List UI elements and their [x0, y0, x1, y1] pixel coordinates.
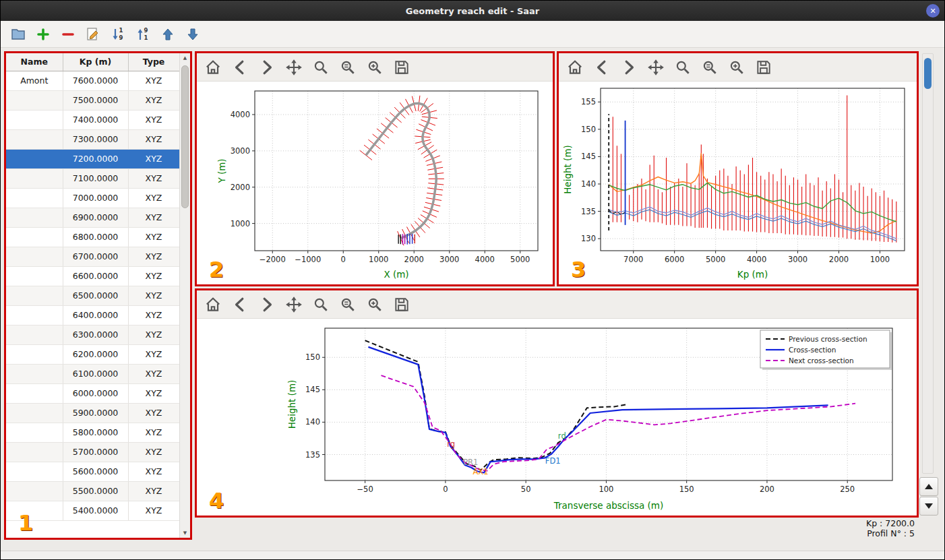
save-icon[interactable] [754, 58, 773, 77]
scroll-up-icon[interactable]: ▲ [180, 53, 190, 63]
table-row[interactable]: 6600.0000XYZ [6, 266, 179, 286]
table-row[interactable]: 6000.0000XYZ [6, 383, 179, 403]
svg-text:Previous cross-section: Previous cross-section [789, 335, 867, 343]
table-row[interactable]: 7500.0000XYZ [6, 90, 179, 110]
table-row[interactable]: 7200.0000XYZ [6, 149, 179, 168]
move-down-icon[interactable] [183, 25, 202, 44]
table-row[interactable]: 6800.0000XYZ [6, 227, 179, 247]
save-icon[interactable] [392, 58, 411, 77]
forward-icon[interactable] [257, 58, 276, 77]
svg-text:5000: 5000 [706, 255, 725, 264]
annotation-number-1: 1 [18, 512, 33, 534]
table-row[interactable]: 7100.0000XYZ [6, 168, 179, 188]
table-row[interactable]: 5900.0000XYZ [6, 403, 179, 423]
subplots-icon[interactable] [338, 58, 357, 77]
svg-text:AX1: AX1 [472, 467, 488, 476]
subplots-icon[interactable] [700, 58, 719, 77]
profiles-table: NameKp (m)Type Amont7600.0000XYZ7500.000… [6, 53, 180, 521]
pan-icon[interactable] [284, 295, 303, 314]
svg-text:6000: 6000 [665, 255, 684, 264]
arrow-up-icon [925, 484, 933, 489]
svg-text:7000: 7000 [623, 255, 643, 264]
open-folder-icon[interactable] [9, 25, 28, 44]
cross-section-chart[interactable]: −50050100150200250135140145150Transverse… [197, 319, 917, 516]
customize-icon[interactable] [365, 295, 384, 314]
svg-text:130: 130 [581, 234, 596, 243]
table-row[interactable]: 7000.0000XYZ [6, 188, 179, 208]
customize-icon[interactable] [727, 58, 746, 77]
svg-text:X (m): X (m) [384, 269, 408, 280]
svg-text:2000: 2000 [231, 183, 250, 192]
window-scrollbar[interactable] [922, 53, 934, 474]
back-icon[interactable] [231, 58, 249, 77]
svg-text:1000: 1000 [870, 255, 890, 264]
svg-text:PR1: PR1 [463, 458, 478, 467]
svg-text:1000: 1000 [231, 219, 250, 228]
column-header: Name [6, 53, 63, 71]
profile-down-button[interactable] [919, 497, 938, 516]
profile-up-button[interactable] [919, 477, 938, 496]
table-scrollbar-thumb[interactable] [181, 65, 189, 208]
cross-mpl-toolbar [197, 290, 917, 319]
status-profil: Profil N° : 5 [793, 528, 915, 538]
save-icon[interactable] [392, 295, 411, 314]
close-button[interactable]: ✕ [926, 4, 940, 18]
svg-text:Kp (m): Kp (m) [737, 269, 768, 280]
zoom-icon[interactable] [311, 58, 330, 77]
table-row[interactable]: 6400.0000XYZ [6, 305, 179, 325]
table-row[interactable]: 6700.0000XYZ [6, 247, 179, 266]
edit-icon[interactable] [84, 25, 102, 44]
zoom-icon[interactable] [311, 295, 330, 314]
svg-text:250: 250 [840, 485, 855, 494]
table-row[interactable]: Amont7600.0000XYZ [6, 71, 179, 90]
svg-text:9: 9 [144, 27, 148, 34]
home-icon[interactable] [204, 295, 222, 314]
svg-text:135: 135 [305, 450, 320, 460]
scroll-down-icon[interactable]: ▼ [180, 528, 190, 538]
sort-descending-icon[interactable]: 19 [109, 25, 127, 44]
svg-text:−1000: −1000 [295, 255, 321, 264]
longitudinal-profile-chart[interactable]: 7000600050004000300020001000130135140145… [559, 82, 917, 284]
table-row[interactable]: 5800.0000XYZ [6, 423, 179, 442]
table-row[interactable]: 6200.0000XYZ [6, 344, 179, 364]
table-header-row: NameKp (m)Type [6, 53, 179, 71]
table-row[interactable]: 7400.0000XYZ [6, 110, 179, 129]
table-row[interactable]: 7300.0000XYZ [6, 129, 179, 149]
pan-icon[interactable] [646, 58, 665, 77]
table-row[interactable]: 6500.0000XYZ [6, 286, 179, 305]
subplots-icon[interactable] [338, 295, 357, 314]
forward-icon[interactable] [619, 58, 638, 77]
remove-icon[interactable] [59, 25, 78, 44]
plan-mpl-toolbar [197, 53, 553, 82]
forward-icon[interactable] [257, 295, 276, 314]
table-row[interactable]: 5600.0000XYZ [6, 462, 179, 481]
table-row[interactable]: 6100.0000XYZ [6, 364, 179, 383]
annotation-number-4: 4 [209, 490, 224, 511]
status-bar [1, 551, 944, 559]
table-row[interactable]: 5700.0000XYZ [6, 442, 179, 462]
back-icon[interactable] [592, 58, 611, 77]
customize-icon[interactable] [365, 58, 384, 77]
svg-text:100: 100 [599, 485, 613, 494]
table-row[interactable]: 6300.0000XYZ [6, 325, 179, 344]
home-icon[interactable] [204, 58, 222, 77]
table-row[interactable]: 6900.0000XYZ [6, 208, 179, 227]
move-up-icon[interactable] [158, 25, 177, 44]
table-row[interactable]: 5500.0000XYZ [6, 481, 179, 501]
cross-figure: −50050100150200250135140145150Transverse… [197, 319, 917, 516]
svg-text:−2000: −2000 [260, 255, 286, 264]
plan-figure: −2000−1000010002000300040005000100020003… [197, 82, 553, 284]
plan-view-chart[interactable]: −2000−1000010002000300040005000100020003… [197, 82, 553, 284]
sort-ascending-icon[interactable]: 91 [133, 25, 152, 44]
pan-icon[interactable] [284, 58, 303, 77]
long-figure: 7000600050004000300020001000130135140145… [559, 82, 917, 284]
svg-text:2000: 2000 [404, 255, 424, 264]
add-icon[interactable] [34, 25, 53, 44]
back-icon[interactable] [231, 295, 249, 314]
svg-text:−50: −50 [357, 485, 373, 494]
table-scrollbar[interactable]: ▲ ▼ [179, 53, 190, 538]
home-icon[interactable] [566, 58, 584, 77]
window-scrollbar-thumb[interactable] [924, 58, 932, 89]
svg-text:0: 0 [443, 485, 448, 494]
zoom-icon[interactable] [673, 58, 692, 77]
